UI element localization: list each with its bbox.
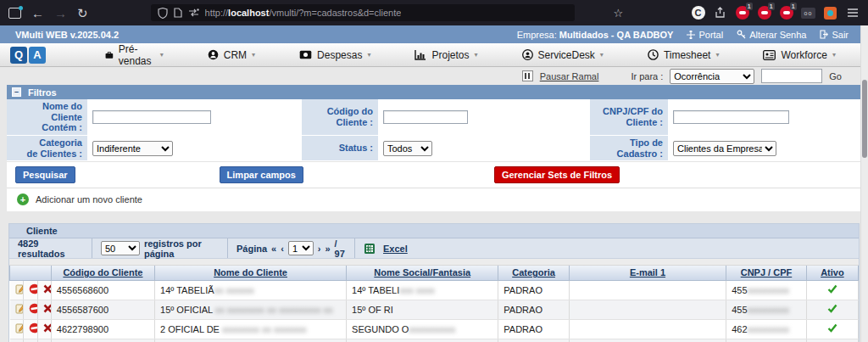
col-ativo[interactable]: Ativo [806, 266, 858, 280]
page-scrollbar[interactable] [860, 25, 868, 342]
headset-person-icon [522, 49, 533, 60]
portal-label: Portal [698, 30, 723, 40]
filters-grid: Nome do Cliente Contém : Código do Clien… [7, 99, 860, 161]
col-social[interactable]: Nome Social/Fantasia [347, 266, 498, 280]
gerenciar-sets-button[interactable]: Gerenciar Sets de Filtros [494, 166, 620, 183]
nav-item-projetos[interactable]: Projetos▾ [415, 49, 477, 61]
main-nav: Q A Pré-vendas▾ CRM▾ Despesas▾ Projetos▾… [0, 43, 860, 67]
block-button[interactable] [24, 339, 37, 342]
check-icon [827, 284, 837, 294]
pesquisar-button[interactable]: Pesquisar [15, 166, 75, 183]
nav-item-servicedesk[interactable]: ServiceDesk▾ [522, 49, 604, 61]
delete-button[interactable] [37, 339, 51, 342]
block-button[interactable] [24, 300, 37, 319]
block-button[interactable] [24, 319, 37, 339]
page-total: / 97 [335, 238, 346, 259]
ir-para-label: Ir para : [631, 71, 663, 81]
person-icon [208, 49, 219, 60]
collapse-icon[interactable]: – [12, 87, 21, 97]
ir-para-select[interactable]: Ocorrência [670, 69, 754, 84]
edit-button[interactable] [10, 339, 24, 342]
nav-item-despesas[interactable]: Despesas▾ [299, 49, 370, 61]
first-page-button[interactable]: « [271, 244, 276, 254]
alterar-senha-link[interactable]: Alterar Senha [737, 30, 806, 40]
excel-export-link[interactable]: Excel [383, 244, 408, 254]
status-select[interactable]: Todos [383, 141, 432, 156]
reload-button[interactable]: ↻ [77, 7, 88, 20]
edit-pencil-icon [15, 283, 24, 294]
back-button[interactable]: ← [31, 7, 44, 20]
client-name: 15º OFICIAL xx xxxxxxxx xx xxxxxxxxx xx [155, 300, 347, 319]
filters-header: – Filtros [7, 85, 860, 99]
menu-hamburger-icon[interactable] [845, 6, 860, 20]
pausar-ramal-link[interactable]: Pausar Ramal [540, 71, 599, 81]
portal-icon [687, 31, 695, 39]
nav-label: CRM [224, 49, 247, 61]
last-page-button[interactable]: » [325, 244, 330, 254]
delete-button[interactable] [37, 300, 51, 319]
go-button[interactable]: Go [829, 71, 842, 81]
extension-orange-icon[interactable] [823, 6, 837, 20]
codigo-cliente-input[interactable] [383, 110, 468, 124]
url-path: /vmulti/?m=cadastros&d=cliente [269, 8, 401, 18]
sair-link[interactable]: Sair [820, 30, 849, 40]
cnpj-cpf-input[interactable] [673, 110, 789, 124]
delete-button[interactable] [37, 280, 51, 300]
nav-label: ServiceDesk [538, 49, 595, 61]
c-glyph: C [692, 6, 705, 20]
prev-page-button[interactable]: ‹ [281, 244, 284, 254]
nav-label: Timesheet [664, 49, 711, 61]
client-code: 4340008700 [51, 339, 154, 342]
extension-c-icon[interactable]: C [691, 6, 705, 20]
browser-toolbar: ← → ↻ http://localhost/vmulti/?m=cadastr… [0, 0, 868, 25]
client-cnpj: 434xxxxxxxxx [726, 339, 807, 342]
delete-button[interactable] [37, 319, 51, 339]
check-icon [827, 304, 837, 313]
col-categoria[interactable]: Categoria [498, 266, 570, 280]
add-plus-icon[interactable]: + [17, 193, 29, 205]
tipo-cadastro-select[interactable]: Clientes da Empresa [673, 141, 776, 156]
extension-red2-icon[interactable]: 1 [757, 6, 771, 20]
url-bar[interactable]: http://localhost/vmulti/?m=cadastros&d=c… [151, 4, 575, 21]
ir-para-input[interactable] [761, 69, 822, 83]
briefcase-icon [105, 50, 114, 60]
pause-icon[interactable] [522, 70, 533, 81]
limpar-campos-button[interactable]: Limpar campos [220, 166, 303, 183]
nome-cliente-input[interactable] [92, 110, 211, 124]
col-codigo[interactable]: Código do Cliente [51, 266, 154, 280]
nav-item-crm[interactable]: CRM▾ [208, 49, 255, 61]
col-nome[interactable]: Nome do Cliente [155, 266, 347, 280]
name-redacted: xxxxxxxx xx xxxxxxx [220, 324, 307, 334]
bookmark-star-icon[interactable]: ☆ [614, 7, 624, 20]
col-email[interactable]: E-mail 1 [569, 266, 726, 280]
share-icon[interactable] [713, 6, 727, 20]
per-page-select[interactable]: 50 [101, 241, 140, 255]
filters-title: Filtros [28, 87, 57, 98]
client-ativo [806, 339, 858, 342]
app-header: VMulti WEB v.2025.04.2 Empresa: Multidad… [0, 25, 860, 43]
nav-item-workforce[interactable]: Workforce▾ [763, 49, 835, 61]
portal-link[interactable]: Portal [687, 30, 723, 40]
nav-item-timesheet[interactable]: Timesheet▾ [648, 49, 720, 61]
oo-glyph: oo [801, 8, 815, 19]
forward-button[interactable]: → [54, 7, 67, 20]
adicionar-cliente-link[interactable]: Adicionar um novo cliente [36, 194, 142, 205]
block-button[interactable] [24, 280, 37, 300]
extension-red1-icon[interactable]: 1 [735, 6, 749, 20]
page-select[interactable]: 1 [288, 241, 314, 255]
filter-buttons-row: Pesquisar Limpar campos Gerenciar Sets d… [7, 161, 860, 188]
extension-dark-icon[interactable]: oo [801, 6, 815, 20]
cnpj-redacted: xxxxxxxxx [748, 305, 790, 315]
edit-button[interactable] [10, 319, 24, 339]
edit-pencil-icon [15, 322, 24, 334]
categoria-select[interactable]: Indiferente [92, 141, 173, 156]
edit-button[interactable] [10, 300, 24, 319]
col-cnpj[interactable]: CNPJ / CPF [726, 266, 807, 280]
nav-item-pre-vendas[interactable]: Pré-vendas▾ [105, 43, 164, 67]
edit-button[interactable] [10, 280, 24, 300]
scrollbar-thumb[interactable] [862, 80, 867, 158]
tab-icon[interactable] [8, 8, 21, 19]
extension-red3-icon[interactable]: 1 [779, 6, 793, 20]
next-page-button[interactable]: › [318, 244, 321, 254]
bar-chart-icon [415, 50, 426, 60]
